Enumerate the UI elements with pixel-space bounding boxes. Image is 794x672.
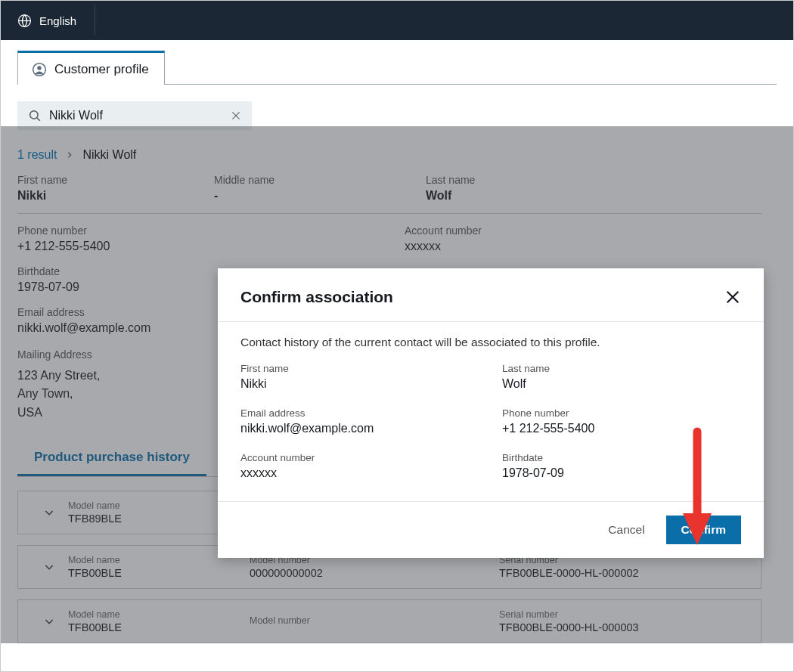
close-icon[interactable] xyxy=(231,110,241,121)
dlg-phone-value: +1 212-555-5400 xyxy=(502,422,741,435)
dlg-account-value: xxxxxx xyxy=(240,466,479,480)
dialog-header: Confirm association xyxy=(218,268,764,321)
topbar-divider xyxy=(95,5,95,36)
dlg-email-label: Email address xyxy=(240,407,479,419)
dialog-fields: First name Nikki Last name Wolf Email ad… xyxy=(240,363,741,501)
dialog-footer: Cancel Confirm xyxy=(218,501,764,558)
globe-icon xyxy=(17,14,32,28)
dlg-last-name: Last name Wolf xyxy=(502,363,741,391)
tab-customer-profile[interactable]: Customer profile xyxy=(17,51,165,85)
dlg-first-name-value: Nikki xyxy=(240,377,479,391)
dlg-birthdate: Birthdate 1978-07-09 xyxy=(502,452,741,480)
confirm-button-label: Confirm xyxy=(681,523,726,536)
dlg-account: Account number xxxxxx xyxy=(240,452,479,480)
confirm-button[interactable]: Confirm xyxy=(666,516,741,544)
dlg-email: Email address nikki.wolf@example.com xyxy=(240,407,479,435)
dlg-last-name-label: Last name xyxy=(502,363,741,374)
cancel-button[interactable]: Cancel xyxy=(608,523,644,537)
svg-line-5 xyxy=(37,118,40,121)
tab-label: Customer profile xyxy=(54,62,149,77)
language-selector[interactable]: English xyxy=(17,14,76,28)
dlg-first-name: First name Nikki xyxy=(240,363,479,391)
top-bar: English xyxy=(1,1,793,40)
dialog-message: Contact history of the current contact w… xyxy=(240,336,741,349)
dlg-first-name-label: First name xyxy=(240,363,479,374)
dlg-last-name-value: Wolf xyxy=(502,377,741,391)
close-icon[interactable] xyxy=(724,289,741,305)
svg-point-4 xyxy=(30,111,39,119)
search-value: Nikki Wolf xyxy=(49,109,223,122)
search-icon xyxy=(28,109,42,122)
dlg-phone: Phone number +1 212-555-5400 xyxy=(502,407,741,435)
svg-point-3 xyxy=(37,66,41,70)
dialog-title: Confirm association xyxy=(240,288,393,306)
dlg-email-value: nikki.wolf@example.com xyxy=(240,422,479,435)
person-icon xyxy=(32,62,47,77)
dialog-body: Contact history of the current contact w… xyxy=(218,321,764,501)
dlg-birthdate-value: 1978-07-09 xyxy=(502,466,741,480)
dlg-phone-label: Phone number xyxy=(502,407,741,419)
dlg-account-label: Account number xyxy=(240,452,479,463)
confirm-association-dialog: Confirm association Contact history of t… xyxy=(218,268,764,558)
language-label: English xyxy=(39,14,76,27)
dlg-birthdate-label: Birthdate xyxy=(502,452,741,463)
